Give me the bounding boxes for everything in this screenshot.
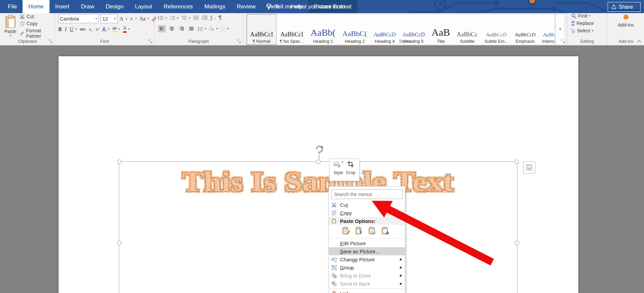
paste-keep-source-formatting-button[interactable] — [341, 226, 351, 236]
font-size-combo[interactable]: 12 ▾ — [101, 14, 117, 23]
chevron-down-icon: ▾ — [147, 17, 149, 20]
bring-to-front-icon — [331, 273, 340, 279]
menu-item-edit-picture[interactable]: Edit Picture — [329, 239, 405, 247]
font-color-button[interactable]: A▾ — [123, 26, 130, 33]
align-right-button[interactable] — [178, 26, 185, 32]
style-preview: AaBb( — [310, 28, 336, 37]
strikethrough-button[interactable]: abc — [80, 27, 86, 32]
chevron-down-icon: ▾ — [108, 28, 109, 31]
menu-item-save-as-picture[interactable]: Save as Picture... — [329, 247, 405, 255]
tab-mailings[interactable]: Mailings — [199, 0, 231, 13]
format-painter-button[interactable]: Format Painter — [20, 28, 55, 39]
tab-draw[interactable]: Draw — [75, 0, 100, 13]
show-marks-button[interactable]: ¶ — [219, 15, 222, 21]
change-case-button[interactable]: Aa▾ — [139, 16, 149, 22]
decrease-indent-icon[interactable] — [193, 15, 199, 20]
paste-button[interactable]: Paste ▾ — [3, 14, 18, 42]
paste-picture-button[interactable] — [367, 226, 378, 236]
paste-keep-text-only-button[interactable]: A — [380, 226, 391, 236]
shrink-arrow-icon: ▼ — [135, 17, 137, 20]
bold-button[interactable]: B — [58, 26, 62, 32]
styles-dialog-launcher[interactable] — [561, 39, 566, 44]
menu-item-copy[interactable]: Copy — [329, 209, 405, 217]
chevron-down-icon: ▾ — [128, 28, 130, 31]
menu-item-group[interactable]: Group▶ — [329, 263, 405, 271]
clipboard-dialog-launcher[interactable] — [49, 39, 54, 44]
collapse-ribbon-button[interactable] — [637, 38, 641, 44]
cut-label: Cut — [27, 14, 34, 19]
paste-label: Paste — [4, 29, 16, 34]
crop-button[interactable]: Crop — [346, 161, 355, 181]
tell-me-box[interactable]: Tell me what you want to do — [266, 0, 345, 13]
style-button[interactable]: ▾ Style — [333, 161, 343, 181]
tab-references[interactable]: References — [158, 0, 199, 13]
copy-icon — [331, 210, 340, 216]
chevron-down-icon: ▾ — [114, 17, 116, 20]
bullet-list-icon — [158, 15, 164, 20]
grow-font-button[interactable]: A▲ — [120, 16, 128, 22]
menu-item-change-picture[interactable]: Change Picture▶ — [329, 255, 405, 263]
select-button[interactable]: Select ▾ — [571, 28, 594, 33]
highlight-button[interactable]: ab▾ — [112, 26, 120, 32]
tab-layout[interactable]: Layout — [129, 0, 158, 13]
share-button[interactable]: Share ▾ — [608, 2, 641, 12]
replace-button[interactable]: abac Replace — [571, 21, 594, 26]
styles-group: AaBbCcI¶ NormalAaBbCcI¶ No Spac...AaBb(H… — [243, 13, 567, 45]
resize-handle-middle-left[interactable] — [117, 241, 122, 245]
paste-options-header: Paste Options: — [329, 217, 405, 225]
increase-indent-icon[interactable] — [202, 15, 208, 20]
paste-merge-formatting-button[interactable] — [354, 226, 365, 236]
menu-item-link[interactable]: Link — [329, 289, 405, 293]
numbering-button[interactable]: ▾ — [170, 15, 179, 20]
font-dialog-launcher[interactable] — [148, 39, 153, 44]
addins-button[interactable]: Add-ins — [607, 14, 644, 28]
menu-item-label: Bring to Front — [340, 273, 400, 279]
shading-button[interactable]: ▾ — [209, 26, 218, 31]
line-spacing-button[interactable]: ▾ — [198, 27, 206, 31]
tab-review[interactable]: Review — [231, 0, 261, 13]
borders-icon — [221, 26, 226, 31]
menu-search-input[interactable] — [332, 192, 402, 197]
shrink-font-button[interactable]: A▼ — [130, 16, 137, 22]
submenu-arrow-icon: ▶ — [400, 282, 402, 285]
italic-button[interactable]: I — [65, 26, 67, 32]
rotation-handle[interactable] — [314, 144, 324, 162]
menu-search-box[interactable] — [331, 189, 403, 199]
chevron-down-icon: ▾ — [189, 17, 190, 20]
crop-button-label: Crop — [346, 170, 355, 175]
paste-merge-formatting-icon — [355, 226, 364, 236]
tab-label: Mailings — [204, 3, 225, 10]
align-center-button[interactable] — [168, 26, 175, 32]
borders-button[interactable]: ▾ — [221, 26, 229, 31]
resize-handle-top-left[interactable] — [117, 160, 122, 164]
tab-insert[interactable]: Insert — [49, 0, 75, 13]
bullets-button[interactable]: ▾ — [158, 15, 167, 20]
tab-label: Review — [237, 3, 256, 10]
tab-label: Home — [28, 3, 43, 10]
grow-arrow-icon: ▲ — [125, 17, 128, 20]
resize-handle-middle-right[interactable] — [515, 241, 519, 245]
paste-keep-source-formatting-icon — [342, 226, 350, 236]
layout-options-button[interactable] — [523, 161, 535, 173]
find-button[interactable]: Find ▾ — [571, 13, 594, 19]
tab-design[interactable]: Design — [100, 0, 129, 13]
paragraph-dialog-launcher[interactable] — [237, 39, 242, 44]
gallery-more-icon: ▾ — [560, 28, 561, 31]
multilevel-list-button[interactable]: ▾ — [181, 15, 190, 20]
copy-button[interactable]: Copy — [20, 21, 55, 26]
tab-file[interactable]: File — [2, 0, 23, 13]
text-effects-button[interactable]: A▾ — [102, 26, 109, 32]
paste-icon — [5, 14, 16, 29]
align-left-button[interactable] — [158, 25, 166, 32]
cut-button[interactable]: Cut — [20, 14, 55, 19]
menu-item-cut[interactable]: Cut — [329, 201, 405, 209]
resize-handle-top-right[interactable] — [515, 160, 519, 164]
tab-home[interactable]: Home — [23, 0, 49, 13]
underline-button[interactable]: U▾ — [70, 26, 77, 32]
sort-button[interactable]: AZ↓ — [210, 15, 216, 21]
subscript-button[interactable]: x₂ — [89, 27, 93, 32]
font-family-combo[interactable]: Cambria ▾ — [58, 14, 99, 23]
justify-button[interactable] — [188, 26, 195, 32]
menu-item-label: Group — [340, 265, 400, 270]
superscript-button[interactable]: x² — [96, 27, 99, 32]
